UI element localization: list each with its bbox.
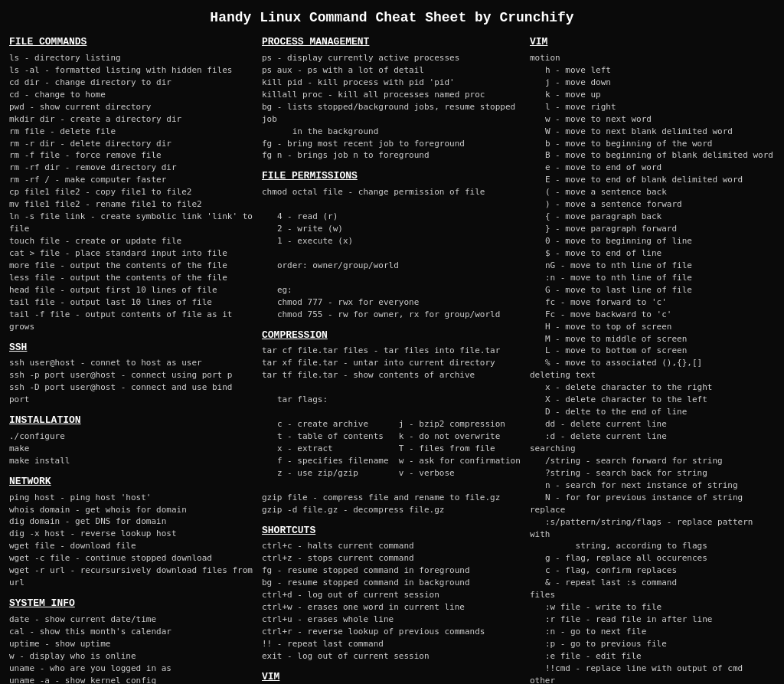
section-title: SHORTCUTS (262, 524, 522, 538)
section-title: COMPRESSION (262, 329, 522, 343)
section-content: ctrl+c - halts current command ctrl+z - … (262, 540, 522, 662)
column-2: PROCESS MANAGEMENTps - display currently… (262, 35, 522, 684)
section-content: chmod octal file - change permission of … (262, 186, 522, 320)
section-title: VIM (530, 35, 775, 50)
section-content: ps - display currently active processes … (262, 52, 522, 162)
section-title: SYSTEM INFO (9, 597, 254, 611)
section-content: ping host - ping host 'host' whois domai… (9, 492, 254, 590)
column-1: FILE COMMANDSls - directory listing ls -… (9, 35, 254, 684)
section-content: ls - directory listing ls -al - formatte… (9, 52, 254, 333)
section-title: NETWORK (9, 475, 254, 489)
section-content: motion h - move left j - move down k - m… (530, 52, 775, 684)
section-title: INSTALLATION (9, 414, 254, 428)
section-content: ./configure make make install (9, 430, 254, 467)
section-title: FILE COMMANDS (9, 35, 254, 50)
section-content: tar cf file.tar files - tar files into f… (262, 345, 522, 515)
section-content: date - show current date/time cal - show… (9, 614, 254, 684)
section-title: SSH (9, 341, 254, 355)
page-container: Handy Linux Command Cheat Sheet by Crunc… (9, 8, 775, 684)
section-title: PROCESS MANAGEMENT (262, 35, 522, 50)
page-title: Handy Linux Command Cheat Sheet by Crunc… (9, 8, 775, 28)
column-3: VIMmotion h - move left j - move down k … (530, 35, 775, 684)
section-title: FILE PERMISSIONS (262, 169, 522, 184)
section-content: ssh user@host - connet to host as user s… (9, 357, 254, 406)
section-title: VIM (262, 670, 522, 684)
main-grid: FILE COMMANDSls - directory listing ls -… (9, 35, 775, 684)
